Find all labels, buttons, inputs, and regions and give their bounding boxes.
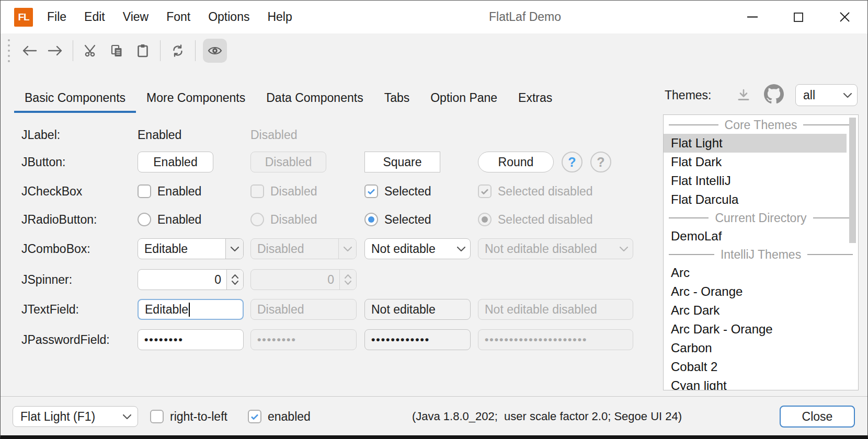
forward-button[interactable] [42, 38, 68, 63]
combobox-editable[interactable]: Editable [138, 238, 244, 259]
radio-enabled-label: Enabled [157, 213, 201, 227]
theme-list-item[interactable]: Flat Dark [664, 153, 847, 171]
enabled-checkbox-group: enabled [248, 406, 311, 427]
radio-disabled [250, 213, 264, 226]
theme-list-item[interactable]: Carbon [664, 339, 847, 357]
spinner-enabled[interactable]: 0 [138, 269, 244, 290]
tab-data-components[interactable]: Data Components [256, 83, 373, 113]
jlabel-disabled: Disabled [250, 128, 298, 142]
menu-options[interactable]: Options [199, 1, 258, 33]
tab-more-components[interactable]: More Components [136, 83, 256, 113]
flatlaf-demo-window: FL File Edit View Font Options Help Flat… [0, 0, 868, 439]
show-toggle-button[interactable] [203, 39, 227, 63]
right-to-left-checkbox[interactable] [150, 410, 164, 423]
refresh-button[interactable] [165, 38, 191, 63]
chevron-up-icon [232, 274, 238, 279]
download-themes-button[interactable] [734, 85, 753, 105]
passwordfield-not-editable-disabled: ••••••••••••••••••••• [478, 329, 633, 350]
menu-edit[interactable]: Edit [75, 1, 114, 33]
jcheckbox-row-label: JCheckBox [21, 184, 138, 199]
jbutton-enabled-button[interactable]: Enabled [138, 152, 213, 172]
jbutton-disabled-button: Disabled [250, 152, 326, 172]
window-title: FlatLaf Demo [489, 1, 561, 33]
theme-list-item[interactable]: Cyan light [664, 376, 847, 390]
forward-arrow-icon [48, 45, 63, 56]
maximize-button[interactable] [775, 1, 821, 33]
paste-button[interactable] [130, 38, 156, 63]
textfield-not-editable-value: Not editable [371, 303, 436, 317]
checkbox-selected-disabled-label: Selected disabled [498, 184, 593, 199]
jtextfield-row: JTextField: Editable Disabled Not editab… [21, 295, 633, 324]
right-to-left-label: right-to-left [170, 410, 227, 424]
themes-list: Core ThemesFlat LightFlat DarkFlat Intel… [663, 114, 859, 390]
tab-basic-components[interactable]: Basic Components [14, 83, 136, 113]
download-icon [737, 89, 750, 101]
theme-list-item[interactable]: Arc Dark [664, 301, 847, 320]
menu-view[interactable]: View [114, 1, 157, 33]
toolbar-separator [160, 40, 161, 61]
tab-option-pane[interactable]: Option Pane [420, 83, 508, 113]
jbutton-round-button[interactable]: Round [478, 152, 554, 172]
jradiobutton-row: JRadioButton: Enabled Disabled Selected … [21, 205, 633, 234]
jbutton-square-button[interactable]: Square [364, 152, 440, 172]
refresh-icon [172, 44, 184, 57]
spinner-arrows[interactable] [226, 270, 243, 290]
laf-selector-combobox[interactable]: Flat Light (F1) [13, 406, 138, 427]
textfield-editable[interactable]: Editable [138, 299, 244, 320]
themes-filter-combobox[interactable]: all [795, 84, 858, 106]
theme-list-item[interactable]: Arc Dark - Orange [664, 320, 847, 339]
theme-list-item[interactable]: Cobalt 2 [664, 357, 847, 376]
github-link-button[interactable] [763, 83, 785, 105]
combobox-not-editable[interactable]: Not editable [364, 238, 471, 259]
spinner-value[interactable]: 0 [138, 270, 226, 290]
copy-icon [110, 44, 123, 57]
checkbox-enabled[interactable] [138, 184, 151, 198]
tab-tabs[interactable]: Tabs [374, 83, 420, 113]
theme-list-item[interactable]: Flat Darcula [664, 190, 847, 209]
tab-extras[interactable]: Extras [508, 83, 563, 113]
radio-selected[interactable] [364, 213, 378, 226]
spinner-arrows [339, 270, 356, 290]
jlabel-enabled: Enabled [138, 128, 181, 142]
toolbar-grip-handle[interactable] [8, 39, 10, 62]
jtextfield-row-label: JTextField: [21, 303, 138, 317]
combobox-not-editable-disabled-value: Not editable disabled [478, 239, 615, 259]
jpasswordfield-row: JPasswordField: •••••••• •••••••• ••••••… [21, 325, 633, 354]
menu-file[interactable]: File [38, 1, 75, 33]
chevron-down-icon[interactable] [225, 239, 243, 259]
themes-list-inner: Core ThemesFlat LightFlat DarkFlat Intel… [664, 115, 858, 390]
passwordfield-disabled: •••••••• [250, 329, 357, 350]
textfield-not-editable-disabled-value: Not editable disabled [485, 303, 597, 317]
theme-list-item[interactable]: Arc - Orange [664, 282, 847, 301]
cut-button[interactable] [77, 38, 104, 63]
enabled-checkbox[interactable] [248, 410, 261, 423]
radio-disabled-label: Disabled [270, 213, 317, 227]
toolbar [1, 33, 867, 68]
theme-list-item[interactable]: Flat IntelliJ [664, 171, 847, 190]
back-button[interactable] [16, 38, 42, 63]
jspinner-row: JSpinner: 0 0 [21, 265, 364, 294]
minimize-button[interactable] [729, 1, 775, 33]
jradiobutton-row-label: JRadioButton: [21, 213, 138, 227]
checkbox-selected[interactable] [364, 184, 378, 198]
combobox-editable-value[interactable]: Editable [138, 239, 225, 259]
close-window-button[interactable] [821, 1, 867, 33]
jlabel-row: JLabel: Enabled Disabled [21, 120, 364, 149]
menu-font[interactable]: Font [157, 1, 199, 33]
radio-enabled[interactable] [138, 213, 151, 226]
combobox-disabled: Disabled [250, 238, 357, 259]
text-caret [189, 303, 190, 317]
copy-button[interactable] [104, 38, 130, 63]
passwordfield-not-editable: •••••••••••• [364, 329, 471, 350]
help-button[interactable]: ? [562, 152, 583, 172]
chevron-down-icon [615, 239, 633, 259]
close-button[interactable]: Close [780, 406, 855, 428]
paste-clipboard-icon [136, 44, 149, 57]
theme-list-item[interactable]: DemoLaf [664, 227, 847, 246]
jspinner-row-label: JSpinner: [21, 273, 138, 287]
theme-list-item[interactable]: Arc [664, 263, 847, 282]
theme-list-item[interactable]: Flat Light [664, 134, 847, 153]
menu-help[interactable]: Help [258, 1, 301, 33]
passwordfield-enabled[interactable]: •••••••• [138, 329, 244, 350]
themes-list-scrollbar[interactable] [849, 118, 856, 243]
